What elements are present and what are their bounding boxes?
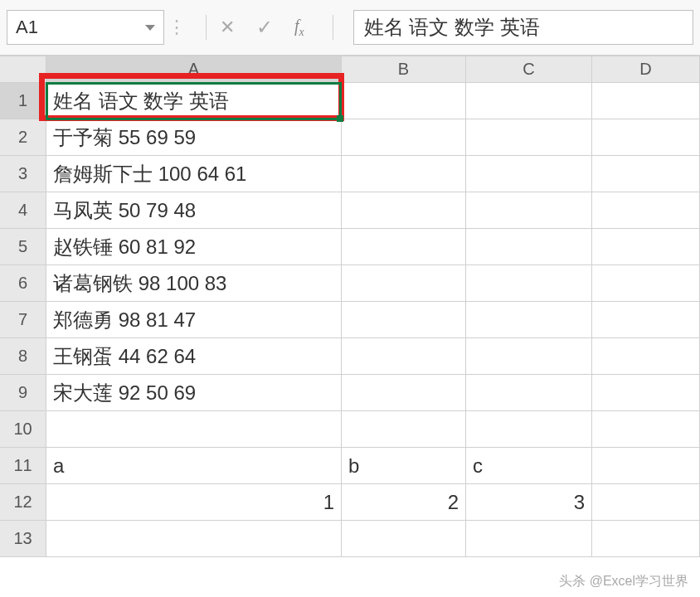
col-header-B[interactable]: B bbox=[342, 56, 466, 83]
cell-A9[interactable]: 宋大莲 92 50 69 bbox=[46, 375, 342, 411]
cell-D6[interactable] bbox=[592, 265, 700, 302]
confirm-icon[interactable]: ✓ bbox=[256, 16, 273, 39]
cell-B12[interactable]: 2 bbox=[342, 484, 466, 521]
watermark: 头杀 @Excel学习世界 bbox=[559, 573, 688, 590]
cell-A6[interactable]: 诸葛钢铁 98 100 83 bbox=[46, 265, 342, 302]
col-header-D[interactable]: D bbox=[592, 56, 700, 83]
cell-A3[interactable]: 詹姆斯下士 100 64 61 bbox=[46, 156, 342, 192]
divider bbox=[206, 15, 207, 40]
row-header-5[interactable]: 5 bbox=[0, 229, 46, 265]
cell-D11[interactable] bbox=[592, 448, 700, 484]
cell-C12[interactable]: 3 bbox=[466, 484, 592, 521]
cell-A10[interactable] bbox=[46, 411, 342, 448]
row-header-10[interactable]: 10 bbox=[0, 411, 46, 448]
row-header-7[interactable]: 7 bbox=[0, 302, 46, 338]
select-all-corner[interactable] bbox=[0, 56, 46, 83]
row-header-6[interactable]: 6 bbox=[0, 265, 46, 302]
cell-A2[interactable]: 于予菊 55 69 59 bbox=[46, 119, 342, 156]
name-box[interactable]: A1 bbox=[7, 10, 164, 45]
row-header-9[interactable]: 9 bbox=[0, 375, 46, 411]
cell-A5[interactable]: 赵铁锤 60 81 92 bbox=[46, 229, 342, 265]
cancel-icon[interactable]: ✕ bbox=[220, 17, 235, 38]
cell-C4[interactable] bbox=[466, 192, 592, 229]
formula-buttons: ✕ ✓ fx bbox=[220, 16, 304, 39]
sheet-grid: ABCD1姓名 语文 数学 英语2于予菊 55 69 593詹姆斯下士 100 … bbox=[0, 56, 700, 557]
cell-D4[interactable] bbox=[592, 192, 700, 229]
cell-B11[interactable]: b bbox=[342, 448, 466, 484]
cell-B6[interactable] bbox=[342, 265, 466, 302]
name-box-text: A1 bbox=[16, 17, 139, 38]
cell-A8[interactable]: 王钢蛋 44 62 64 bbox=[46, 338, 342, 375]
cell-A13[interactable] bbox=[46, 521, 342, 557]
row-header-2[interactable]: 2 bbox=[0, 119, 46, 156]
cell-C1[interactable] bbox=[466, 83, 592, 119]
cell-B4[interactable] bbox=[342, 192, 466, 229]
cell-D10[interactable] bbox=[592, 411, 700, 448]
cell-B10[interactable] bbox=[342, 411, 466, 448]
cell-B2[interactable] bbox=[342, 119, 466, 156]
cell-B13[interactable] bbox=[342, 521, 466, 557]
formula-input[interactable]: 姓名 语文 数学 英语 bbox=[353, 10, 693, 45]
cell-A7[interactable]: 郑德勇 98 81 47 bbox=[46, 302, 342, 338]
cell-C8[interactable] bbox=[466, 338, 592, 375]
cell-D13[interactable] bbox=[592, 521, 700, 557]
cell-C3[interactable] bbox=[466, 156, 592, 192]
cell-C6[interactable] bbox=[466, 265, 592, 302]
cell-C9[interactable] bbox=[466, 375, 592, 411]
cell-B8[interactable] bbox=[342, 338, 466, 375]
cell-C11[interactable]: c bbox=[466, 448, 592, 484]
cell-B1[interactable] bbox=[342, 83, 466, 119]
row-header-1[interactable]: 1 bbox=[0, 83, 46, 119]
divider bbox=[333, 15, 333, 40]
cell-C7[interactable] bbox=[466, 302, 592, 338]
cell-D2[interactable] bbox=[592, 119, 700, 156]
row-header-13[interactable]: 13 bbox=[0, 521, 46, 557]
cell-D5[interactable] bbox=[592, 229, 700, 265]
cell-D7[interactable] bbox=[592, 302, 700, 338]
cell-A4[interactable]: 马凤英 50 79 48 bbox=[46, 192, 342, 229]
cell-A1[interactable]: 姓名 语文 数学 英语 bbox=[46, 83, 342, 119]
row-header-3[interactable]: 3 bbox=[0, 156, 46, 192]
vertical-dots-icon: ⋮ bbox=[168, 17, 186, 38]
col-header-C[interactable]: C bbox=[466, 56, 592, 83]
cell-A11[interactable]: a bbox=[46, 448, 342, 484]
row-header-11[interactable]: 11 bbox=[0, 448, 46, 484]
cell-C10[interactable] bbox=[466, 411, 592, 448]
cell-B3[interactable] bbox=[342, 156, 466, 192]
col-header-A[interactable]: A bbox=[46, 56, 342, 83]
sheet-area: ABCD1姓名 语文 数学 英语2于予菊 55 69 593詹姆斯下士 100 … bbox=[0, 56, 700, 597]
fx-icon[interactable]: fx bbox=[294, 17, 304, 39]
cell-D12[interactable] bbox=[592, 484, 700, 521]
cell-D1[interactable] bbox=[592, 83, 700, 119]
cell-C5[interactable] bbox=[466, 229, 592, 265]
cell-B9[interactable] bbox=[342, 375, 466, 411]
cell-D3[interactable] bbox=[592, 156, 700, 192]
row-header-12[interactable]: 12 bbox=[0, 484, 46, 521]
cell-A12[interactable]: 1 bbox=[46, 484, 342, 521]
cell-D8[interactable] bbox=[592, 338, 700, 375]
cell-C2[interactable] bbox=[466, 119, 592, 156]
cell-B5[interactable] bbox=[342, 229, 466, 265]
cell-C13[interactable] bbox=[466, 521, 592, 557]
formula-input-text: 姓名 语文 数学 英语 bbox=[364, 14, 540, 41]
row-header-8[interactable]: 8 bbox=[0, 338, 46, 375]
formula-bar: A1 ⋮ ✕ ✓ fx 姓名 语文 数学 英语 bbox=[0, 0, 700, 56]
cell-D9[interactable] bbox=[592, 375, 700, 411]
cell-B7[interactable] bbox=[342, 302, 466, 338]
row-header-4[interactable]: 4 bbox=[0, 192, 46, 229]
dropdown-arrow-icon[interactable] bbox=[145, 25, 155, 31]
